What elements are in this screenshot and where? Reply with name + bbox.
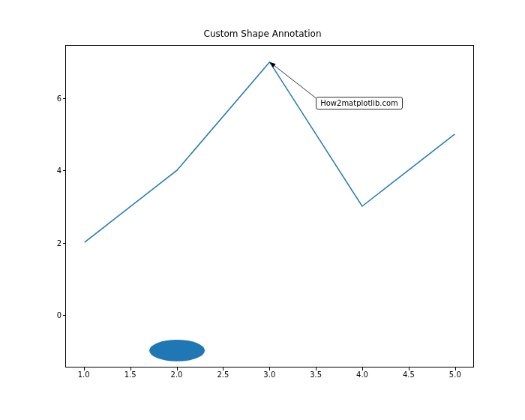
plot-svg — [66, 46, 473, 367]
xtick-label: 4.5 — [403, 370, 415, 379]
xtick-mark — [84, 368, 85, 370]
xtick-mark — [177, 368, 178, 370]
xtick-label: 2.5 — [217, 370, 229, 379]
xtick-mark — [130, 368, 131, 370]
ytick-label: 0 — [39, 310, 62, 319]
ytick-label: 4 — [39, 166, 62, 175]
annotation-text: How2matplotlib.com — [320, 99, 398, 107]
xtick-label: 3.0 — [263, 370, 275, 379]
xtick-label: 5.0 — [449, 370, 461, 379]
arrow-head-icon — [270, 62, 276, 68]
ellipse-icon — [149, 340, 205, 362]
plot-area: How2matplotlib.com — [65, 45, 474, 368]
xtick-mark — [269, 368, 270, 370]
ellipse-shape — [149, 340, 205, 362]
line-series — [85, 62, 455, 242]
arrow-line — [274, 66, 316, 98]
figure: Custom Shape Annotation 0 2 4 6 1.0 1.5 … — [0, 0, 525, 420]
data-line — [85, 62, 455, 242]
xtick-label: 4.0 — [356, 370, 368, 379]
xtick-label: 1.0 — [78, 370, 90, 379]
xtick-mark — [455, 368, 456, 370]
xtick-label: 1.5 — [124, 370, 136, 379]
annotation-label: How2matplotlib.com — [316, 97, 403, 110]
xtick-mark — [362, 368, 363, 370]
xtick-mark — [316, 368, 316, 370]
xtick-mark — [409, 368, 410, 370]
chart-title: Custom Shape Annotation — [0, 28, 525, 39]
ytick-label: 6 — [39, 94, 62, 103]
xtick-mark — [223, 368, 224, 370]
annotation-arrow — [270, 62, 316, 98]
xtick-label: 2.0 — [171, 370, 183, 379]
xtick-label: 3.5 — [310, 370, 322, 379]
ytick-label: 2 — [39, 238, 62, 247]
